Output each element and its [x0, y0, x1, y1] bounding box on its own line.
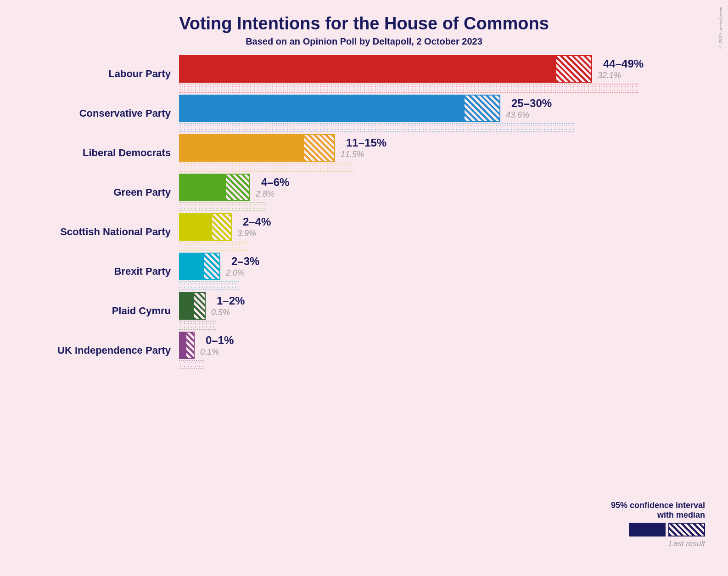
- legend-items: [629, 523, 705, 536]
- chart-container: Voting Intentions for the House of Commo…: [0, 0, 728, 576]
- bar-section: 1–2%0.5%: [179, 292, 245, 330]
- legend-solid-bar: [629, 523, 666, 536]
- bar-hatch: [185, 332, 195, 359]
- main-bar-row: 4–6%2.8%: [179, 174, 289, 201]
- main-bar-row: 2–4%3.9%: [179, 213, 271, 241]
- range-label: 11–15%11.5%: [341, 136, 386, 159]
- ci-band: [179, 202, 266, 211]
- main-bar-row: 11–15%11.5%: [179, 134, 386, 162]
- party-row: Conservative Party25–30%43.6%: [23, 95, 710, 132]
- chart-title: Voting Intentions for the House of Commo…: [18, 14, 710, 34]
- party-label: Brexit Party: [23, 265, 179, 277]
- party-label: UK Independence Party: [23, 344, 179, 356]
- main-bar-row: 2–3%2.0%: [179, 253, 259, 280]
- range-label: 2–4%3.9%: [237, 215, 271, 238]
- range-label: 25–30%43.6%: [506, 97, 552, 120]
- main-bar-row: 25–30%43.6%: [179, 95, 574, 122]
- bar-section: 44–49%32.1%: [179, 55, 644, 93]
- party-row: Labour Party44–49%32.1%: [23, 55, 710, 93]
- bar-section: 2–3%2.0%: [179, 253, 259, 290]
- bar-hatch: [303, 134, 335, 162]
- bar-section: 11–15%11.5%: [179, 134, 386, 172]
- party-label: Scottish National Party: [23, 226, 179, 238]
- party-label: Plaid Cymru: [23, 305, 179, 317]
- bar-solid: [179, 253, 203, 280]
- bar-section: 4–6%2.8%: [179, 174, 289, 211]
- ci-band: [179, 281, 239, 290]
- bar-solid: [179, 134, 303, 162]
- bar-hatch: [203, 253, 220, 280]
- range-label: 44–49%32.1%: [598, 57, 644, 80]
- copyright: © 2023 Filip van Laenen: [718, 7, 722, 50]
- party-label: Labour Party: [23, 68, 179, 80]
- ci-band: [179, 242, 248, 251]
- range-label: 1–2%0.5%: [211, 294, 245, 317]
- bar-solid: [179, 332, 185, 359]
- legend-title: 95% confidence intervalwith median: [611, 501, 705, 520]
- party-row: Scottish National Party2–4%3.9%: [23, 213, 710, 251]
- bar-hatch: [464, 95, 500, 122]
- party-label: Green Party: [23, 186, 179, 198]
- chart-subtitle: Based on an Opinion Poll by Deltapoll, 2…: [18, 36, 710, 47]
- main-bar-row: 44–49%32.1%: [179, 55, 644, 83]
- party-row: Green Party4–6%2.8%: [23, 174, 710, 211]
- party-row: UK Independence Party0–1%0.1%: [23, 332, 710, 369]
- party-row: Brexit Party2–3%2.0%: [23, 253, 710, 290]
- bar-solid: [179, 174, 225, 201]
- bar-hatch: [211, 213, 232, 241]
- bar-hatch: [225, 174, 250, 201]
- main-bar-row: 0–1%0.1%: [179, 332, 234, 359]
- bar-section: 25–30%43.6%: [179, 95, 574, 132]
- ci-band: [179, 321, 216, 330]
- bar-solid: [179, 55, 555, 83]
- range-label: 2–3%2.0%: [226, 255, 259, 278]
- party-row: Liberal Democrats11–15%11.5%: [23, 134, 710, 172]
- main-bar-row: 1–2%0.5%: [179, 292, 245, 320]
- bar-section: 2–4%3.9%: [179, 213, 271, 251]
- ci-band: [179, 84, 638, 93]
- bar-solid: [179, 292, 193, 320]
- legend-last-result: Last result: [669, 539, 705, 548]
- party-row: Plaid Cymru1–2%0.5%: [23, 292, 710, 330]
- legend-box: 95% confidence intervalwith median Last …: [611, 501, 705, 548]
- party-label: Liberal Democrats: [23, 147, 179, 159]
- ci-band: [179, 163, 353, 172]
- bars-area: Labour Party44–49%32.1%Conservative Part…: [23, 55, 710, 371]
- range-label: 0–1%0.1%: [200, 334, 234, 357]
- bar-solid: [179, 95, 464, 122]
- legend-hatch-bar: [668, 523, 705, 536]
- range-label: 4–6%2.8%: [256, 176, 289, 199]
- ci-band: [179, 360, 204, 369]
- party-label: Conservative Party: [23, 107, 179, 119]
- bar-section: 0–1%0.1%: [179, 332, 234, 369]
- bar-solid: [179, 213, 211, 241]
- bar-hatch: [555, 55, 592, 83]
- bar-hatch: [193, 292, 206, 320]
- ci-band: [179, 123, 574, 132]
